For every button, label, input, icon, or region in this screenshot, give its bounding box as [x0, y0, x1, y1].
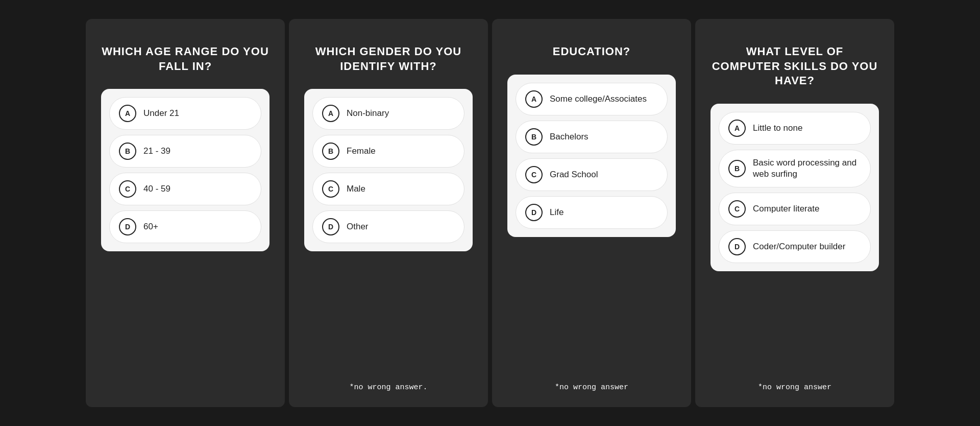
panel-computer-skills: WHAT LEVEL OF COMPUTER SKILLS DO YOU HAV… — [695, 19, 894, 407]
option-label-age-range-2: 40 - 59 — [143, 183, 170, 195]
option-letter-computer-skills-0: A — [728, 120, 746, 137]
option-row-age-range-0[interactable]: AUnder 21 — [109, 97, 261, 130]
option-row-gender-2[interactable]: CMale — [312, 173, 464, 205]
option-row-education-2[interactable]: CGrad School — [516, 158, 668, 191]
option-letter-computer-skills-3: D — [728, 238, 746, 255]
option-label-education-3: Life — [550, 207, 564, 218]
option-letter-education-2: C — [525, 166, 543, 183]
option-row-age-range-1[interactable]: B21 - 39 — [109, 135, 261, 168]
option-label-gender-2: Male — [347, 183, 365, 195]
option-letter-age-range-2: C — [119, 180, 136, 198]
option-letter-age-range-3: D — [119, 218, 136, 235]
option-letter-gender-0: A — [322, 105, 339, 122]
option-label-gender-0: Non-binary — [347, 108, 389, 119]
option-label-computer-skills-0: Little to none — [753, 123, 802, 134]
option-label-gender-1: Female — [347, 146, 376, 157]
option-label-age-range-3: 60+ — [143, 221, 158, 232]
option-row-gender-3[interactable]: DOther — [312, 210, 464, 243]
footer-text-gender: *no wrong answer. — [349, 371, 427, 392]
option-label-computer-skills-2: Computer literate — [753, 203, 819, 215]
option-letter-gender-2: C — [322, 180, 339, 198]
option-letter-education-0: A — [525, 90, 543, 108]
option-letter-gender-1: B — [322, 143, 339, 160]
option-letter-computer-skills-1: B — [728, 160, 746, 177]
option-letter-age-range-1: B — [119, 143, 136, 160]
panel-title-age-range: WHICH AGE RANGE DO YOU FALL IN? — [101, 44, 270, 74]
option-label-education-1: Bachelors — [550, 131, 589, 143]
option-row-computer-skills-0[interactable]: ALittle to none — [719, 112, 871, 145]
panel-age-range: WHICH AGE RANGE DO YOU FALL IN?AUnder 21… — [86, 19, 285, 407]
option-label-education-2: Grad School — [550, 169, 598, 180]
options-card-gender: ANon-binaryBFemaleCMaleDOther — [304, 89, 473, 251]
option-letter-computer-skills-2: C — [728, 200, 746, 218]
option-row-education-0[interactable]: ASome college/Associates — [516, 83, 668, 115]
panel-title-gender: WHICH GENDER DO YOU IDENTIFY WITH? — [304, 44, 473, 74]
options-card-computer-skills: ALittle to noneBBasic word processing an… — [710, 104, 879, 271]
option-row-gender-1[interactable]: BFemale — [312, 135, 464, 168]
option-label-gender-3: Other — [347, 221, 369, 232]
app-wrapper: WHICH AGE RANGE DO YOU FALL IN?AUnder 21… — [0, 0, 980, 426]
option-label-age-range-1: 21 - 39 — [143, 146, 170, 157]
option-row-age-range-2[interactable]: C40 - 59 — [109, 173, 261, 205]
option-letter-education-3: D — [525, 204, 543, 221]
panel-education: EDUCATION?ASome college/AssociatesBBache… — [492, 19, 691, 407]
options-card-education: ASome college/AssociatesBBachelorsCGrad … — [507, 75, 676, 237]
option-letter-education-1: B — [525, 128, 543, 146]
option-label-computer-skills-1: Basic word processing and web surfing — [753, 157, 861, 180]
option-letter-gender-3: D — [322, 218, 339, 235]
panel-gender: WHICH GENDER DO YOU IDENTIFY WITH?ANon-b… — [289, 19, 488, 407]
option-label-age-range-0: Under 21 — [143, 108, 179, 119]
panel-title-education: EDUCATION? — [553, 44, 631, 59]
option-label-education-0: Some college/Associates — [550, 93, 647, 105]
options-card-age-range: AUnder 21B21 - 39C40 - 59D60+ — [101, 89, 270, 251]
footer-text-education: *no wrong answer — [555, 371, 628, 392]
panel-title-computer-skills: WHAT LEVEL OF COMPUTER SKILLS DO YOU HAV… — [710, 44, 879, 88]
option-row-computer-skills-3[interactable]: DCoder/Computer builder — [719, 230, 871, 263]
option-row-education-1[interactable]: BBachelors — [516, 121, 668, 153]
option-letter-age-range-0: A — [119, 105, 136, 122]
option-row-education-3[interactable]: DLife — [516, 196, 668, 229]
option-row-computer-skills-1[interactable]: BBasic word processing and web surfing — [719, 150, 871, 187]
option-row-computer-skills-2[interactable]: CComputer literate — [719, 193, 871, 225]
option-row-gender-0[interactable]: ANon-binary — [312, 97, 464, 130]
option-label-computer-skills-3: Coder/Computer builder — [753, 241, 845, 252]
option-row-age-range-3[interactable]: D60+ — [109, 210, 261, 243]
footer-text-computer-skills: *no wrong answer — [758, 371, 831, 392]
